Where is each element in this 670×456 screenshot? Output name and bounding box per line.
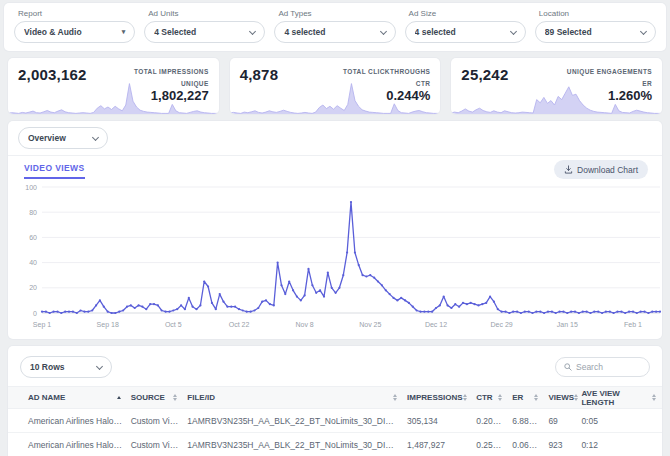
svg-text:100: 100 bbox=[25, 184, 37, 191]
col-header-file-id[interactable]: FILE/ID bbox=[183, 387, 403, 409]
cell-file-id: 1AMRBV3N235H_AA_BLK_22_BT_NoLimits_30_DI… bbox=[183, 409, 403, 433]
cell-source: Custom Video bbox=[127, 433, 184, 456]
ad-types-select-value: 4 selected bbox=[284, 27, 380, 37]
table-header-row: AD NAME SOURCE FILE/ID IMPRESSIONS CTR E… bbox=[8, 387, 662, 409]
cell-ctr: 0.250% bbox=[472, 433, 508, 456]
report-select[interactable]: Video & Audio ▾ bbox=[14, 21, 135, 43]
svg-text:0: 0 bbox=[33, 310, 37, 317]
col-header-ad-name[interactable]: AD NAME bbox=[8, 387, 127, 409]
cell-source: Custom Video bbox=[127, 409, 184, 433]
svg-text:40: 40 bbox=[29, 259, 37, 266]
download-chart-label: Download Chart bbox=[577, 165, 638, 175]
ad-size-select[interactable]: 4 selected bbox=[405, 21, 526, 43]
kpi-impressions-label: TOTAL IMPRESSIONS bbox=[134, 67, 209, 76]
svg-text:Oct 5: Oct 5 bbox=[165, 321, 182, 328]
report-select-value: Video & Audio bbox=[24, 27, 122, 37]
svg-text:Jan 15: Jan 15 bbox=[557, 321, 578, 328]
sort-icon bbox=[534, 394, 540, 401]
tab-video-views[interactable]: VIDEO VIEWS bbox=[24, 163, 85, 179]
filter-ad-units-label: Ad Units bbox=[148, 9, 265, 18]
overview-select-value: Overview bbox=[28, 133, 93, 143]
kpi-engagements-label: UNIQUE ENGAGEMENTS bbox=[567, 67, 652, 76]
sort-icon bbox=[463, 394, 469, 401]
filter-report-label: Report bbox=[18, 9, 135, 18]
filter-ad-size: Ad Size 4 selected bbox=[405, 8, 526, 43]
cell-views: 923 bbox=[544, 433, 577, 456]
search-input[interactable] bbox=[576, 362, 638, 372]
cell-ad-name: American Airlines Halo Mobile bbox=[8, 433, 127, 456]
kpi-card-engagements: 25,242 UNIQUE ENGAGEMENTS ER 1.260% bbox=[451, 58, 662, 114]
kpi-row: 2,003,162 TOTAL IMPRESSIONS UNIQUE 1,802… bbox=[8, 58, 662, 114]
video-views-line-chart[interactable]: 020406080100Sep 1Sep 18Oct 5Oct 22Nov 8N… bbox=[16, 181, 666, 333]
cell-ad-name: American Airlines Halo Desktop bbox=[8, 409, 127, 433]
col-header-ave-view-length[interactable]: AVE VIEW LENGTH bbox=[577, 387, 662, 409]
kpi-clickthroughs-value: 4,878 bbox=[240, 66, 279, 83]
ad-types-select[interactable]: 4 selected bbox=[274, 21, 395, 43]
sort-asc-icon bbox=[117, 396, 123, 399]
table-row[interactable]: American Airlines Halo Mobile Custom Vid… bbox=[8, 433, 662, 456]
ad-units-select-value: 4 Selected bbox=[154, 27, 250, 37]
cell-impressions: 1,487,927 bbox=[403, 433, 472, 456]
search-box bbox=[555, 357, 650, 377]
col-header-views[interactable]: VIEWS bbox=[544, 387, 577, 409]
col-header-er[interactable]: ER bbox=[508, 387, 544, 409]
filter-ad-types: Ad Types 4 selected bbox=[274, 8, 395, 43]
kpi-engagements-value: 25,242 bbox=[461, 66, 508, 83]
svg-text:20: 20 bbox=[29, 284, 37, 291]
download-chart-button[interactable]: Download Chart bbox=[554, 160, 648, 179]
cell-impressions: 305,134 bbox=[403, 409, 472, 433]
filter-ad-types-label: Ad Types bbox=[278, 9, 395, 18]
kpi-ctr-value: 0.244% bbox=[343, 88, 430, 103]
svg-text:Sep 1: Sep 1 bbox=[33, 321, 51, 329]
filter-location-label: Location bbox=[539, 9, 656, 18]
ad-units-select[interactable]: 4 Selected bbox=[144, 21, 265, 43]
cell-ave-view-length: 0:05 bbox=[577, 409, 662, 433]
chart-section: Overview VIDEO VIEWS Download Chart 0204… bbox=[8, 121, 662, 339]
table-row[interactable]: American Airlines Halo Desktop Custom Vi… bbox=[8, 409, 662, 433]
search-icon bbox=[564, 363, 572, 371]
svg-text:80: 80 bbox=[29, 209, 37, 216]
chevron-down-icon bbox=[96, 362, 103, 369]
filter-report: Report Video & Audio ▾ bbox=[14, 8, 135, 43]
location-select[interactable]: 89 Selected bbox=[535, 21, 656, 43]
kpi-er-value: 1.260% bbox=[567, 88, 652, 103]
svg-text:Nov 8: Nov 8 bbox=[295, 321, 313, 328]
kpi-unique-value: 1,802,227 bbox=[134, 88, 209, 103]
svg-text:Nov 25: Nov 25 bbox=[359, 321, 381, 328]
ad-size-select-value: 4 selected bbox=[415, 27, 511, 37]
col-header-ctr[interactable]: CTR bbox=[472, 387, 508, 409]
rows-per-page-select[interactable]: 10 Rows bbox=[20, 356, 112, 378]
kpi-ctr-label: CTR bbox=[343, 79, 430, 88]
cell-er: 0.066% bbox=[508, 433, 544, 456]
svg-text:60: 60 bbox=[29, 234, 37, 241]
cell-file-id: 1AMRBV3N235H_AA_BLK_22_BT_NoLimits_30_DI… bbox=[183, 433, 403, 456]
svg-text:Oct 22: Oct 22 bbox=[229, 321, 250, 328]
cell-ave-view-length: 0:12 bbox=[577, 433, 662, 456]
svg-text:Sep 18: Sep 18 bbox=[97, 321, 119, 329]
sort-icon bbox=[173, 394, 179, 401]
kpi-unique-label: UNIQUE bbox=[134, 79, 209, 88]
sort-icon bbox=[652, 394, 658, 401]
sort-icon bbox=[574, 394, 580, 401]
kpi-card-impressions: 2,003,162 TOTAL IMPRESSIONS UNIQUE 1,802… bbox=[8, 58, 219, 114]
table-section: 10 Rows AD NAME SOURCE FILE/ID IMPRESSIO… bbox=[8, 346, 662, 456]
location-select-value: 89 Selected bbox=[545, 27, 641, 37]
chevron-down-icon bbox=[92, 133, 99, 140]
cell-ctr: 0.201% bbox=[472, 409, 508, 433]
filter-ad-units: Ad Units 4 Selected bbox=[144, 8, 265, 43]
col-header-source[interactable]: SOURCE bbox=[127, 387, 184, 409]
caret-down-icon: ▾ bbox=[122, 28, 126, 36]
svg-text:Dec 12: Dec 12 bbox=[425, 321, 447, 328]
kpi-clickthroughs-label: TOTAL CLICKTHROUGHS bbox=[343, 67, 430, 76]
sort-icon bbox=[498, 394, 504, 401]
overview-select[interactable]: Overview bbox=[18, 127, 108, 149]
cell-views: 69 bbox=[544, 409, 577, 433]
svg-text:Dec 29: Dec 29 bbox=[491, 321, 513, 328]
col-header-impressions[interactable]: IMPRESSIONS bbox=[403, 387, 472, 409]
sort-icon bbox=[393, 394, 399, 401]
chevron-down-icon bbox=[640, 27, 647, 34]
kpi-impressions-value: 2,003,162 bbox=[18, 66, 87, 83]
rows-per-page-value: 10 Rows bbox=[30, 362, 97, 372]
filter-ad-size-label: Ad Size bbox=[409, 9, 526, 18]
filter-location: Location 89 Selected bbox=[535, 8, 656, 43]
